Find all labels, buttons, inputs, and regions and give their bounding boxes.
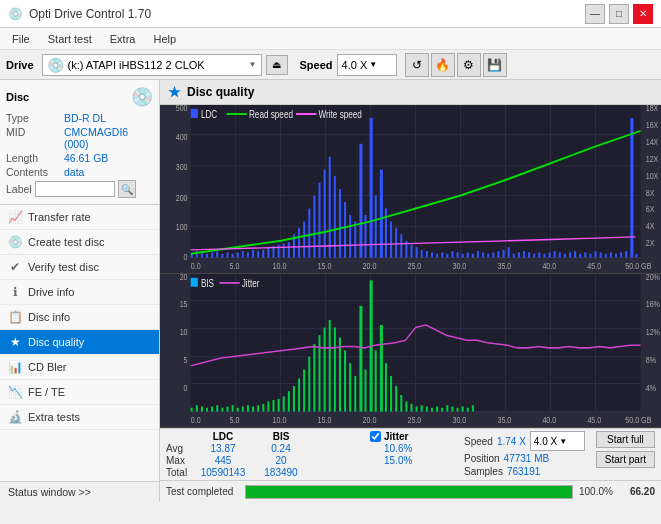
burn-icon[interactable]: 🔥 [431,53,455,77]
settings-icon[interactable]: ⚙ [457,53,481,77]
length-value: 46.61 GB [64,152,108,164]
nav-label-extra-tests: Extra tests [28,411,80,423]
svg-rect-56 [395,228,397,258]
svg-rect-81 [523,251,525,257]
label-search-button[interactable]: 🔍 [118,180,136,198]
svg-rect-30 [262,250,264,258]
drive-info-icon: ℹ [8,285,22,299]
refresh-icon[interactable]: ↺ [405,53,429,77]
disc-info-icon: 📋 [8,310,22,324]
label-input[interactable] [35,181,115,197]
svg-rect-130 [191,109,198,118]
nav-label-create-test-disc: Create test disc [28,236,104,248]
svg-rect-165 [257,405,259,411]
svg-rect-48 [354,221,356,257]
app-title: Opti Drive Control 1.70 [29,7,151,21]
svg-rect-64 [436,254,438,258]
speed-dropdown[interactable]: 4.0 X ▼ [530,431,585,451]
svg-text:50.0 GB: 50.0 GB [625,261,652,271]
disc-mid-field: MID CMCMAGDI6 (000) [6,126,153,150]
svg-rect-189 [380,325,383,412]
speed-select-drive[interactable]: 4.0 X ▼ [337,54,397,76]
close-button[interactable]: ✕ [633,4,653,24]
svg-rect-185 [359,306,362,412]
disc-info-panel: Disc 💿 Type BD-R DL MID CMCMAGDI6 (000) … [0,80,159,205]
svg-rect-70 [467,252,469,257]
svg-rect-157 [216,405,218,411]
svg-text:15.0: 15.0 [317,261,331,271]
svg-rect-45 [339,189,341,258]
svg-rect-161 [237,408,239,412]
svg-text:0.0: 0.0 [191,261,201,271]
svg-rect-65 [441,252,443,257]
svg-text:100: 100 [176,223,188,233]
sidebar-item-create-test-disc[interactable]: 💿 Create test disc [0,230,159,255]
minimize-button[interactable]: — [585,4,605,24]
sidebar-item-fe-te[interactable]: 📉 FE / TE [0,380,159,405]
svg-text:20.0: 20.0 [362,415,376,425]
svg-rect-182 [344,351,346,412]
disc-quality-header: ★ Disc quality [160,80,661,105]
svg-rect-94 [589,254,591,258]
sidebar-item-extra-tests[interactable]: 🔬 Extra tests [0,405,159,430]
sidebar-item-verify-test-disc[interactable]: ✔ Verify test disc [0,255,159,280]
svg-text:18X: 18X [646,105,659,114]
svg-rect-33 [278,245,280,258]
svg-rect-73 [482,252,484,257]
menu-help[interactable]: Help [145,31,184,47]
svg-rect-78 [508,247,510,257]
svg-rect-201 [441,408,443,412]
svg-text:BIS: BIS [201,278,214,289]
svg-text:500: 500 [176,105,188,114]
svg-rect-67 [451,251,453,257]
titlebar-title: 💿 Opti Drive Control 1.70 [8,7,151,21]
svg-rect-34 [283,243,285,257]
sidebar-item-drive-info[interactable]: ℹ Drive info [0,280,159,305]
drive-select[interactable]: 💿 (k:) ATAPI iHBS112 2 CLOK ▼ [42,54,262,76]
start-part-button[interactable]: Start part [596,451,655,468]
app-icon: 💿 [8,7,23,21]
jitter-checkbox[interactable] [370,431,381,442]
jitter-label: Jitter [384,431,408,442]
svg-rect-71 [472,254,474,258]
svg-text:50.0 GB: 50.0 GB [625,415,651,425]
menu-start-test[interactable]: Start test [40,31,100,47]
svg-rect-195 [411,404,413,412]
svg-rect-166 [262,404,264,412]
mid-label: MID [6,126,64,150]
sidebar-item-disc-quality[interactable]: ★ Disc quality [0,330,159,355]
svg-rect-204 [457,408,459,412]
svg-text:0: 0 [184,384,188,394]
svg-rect-63 [431,252,433,257]
progress-bar-wrapper: Test completed 100.0% 66.20 [160,480,661,502]
status-window[interactable]: Status window >> [0,481,159,502]
save-icon[interactable]: 💾 [483,53,507,77]
sidebar-item-cd-bler[interactable]: 📊 CD Bler [0,355,159,380]
svg-rect-203 [451,407,453,412]
svg-text:12X: 12X [646,154,659,164]
svg-rect-98 [610,252,612,257]
sidebar-item-disc-info[interactable]: 📋 Disc info [0,305,159,330]
menu-file[interactable]: File [4,31,38,47]
svg-rect-52 [375,196,377,258]
toolbar-icons: ↺ 🔥 ⚙ 💾 [405,53,507,77]
svg-rect-27 [247,252,249,257]
start-full-button[interactable]: Start full [596,431,655,448]
top-chart-svg: 500 400 300 200 100 0 18X 16X 14X 12X 10… [160,105,661,273]
svg-rect-88 [559,252,561,257]
svg-rect-92 [579,254,581,258]
nav-label-fe-te: FE / TE [28,386,65,398]
nav-label-cd-bler: CD Bler [28,361,67,373]
eject-button[interactable]: ⏏ [266,55,288,75]
menu-extra[interactable]: Extra [102,31,144,47]
status-completed-text: Test completed [166,486,233,497]
svg-rect-154 [201,407,203,412]
nav-label-verify-test-disc: Verify test disc [28,261,99,273]
sidebar-item-transfer-rate[interactable]: 📈 Transfer rate [0,205,159,230]
sidebar: Disc 💿 Type BD-R DL MID CMCMAGDI6 (000) … [0,80,160,502]
nav-label-transfer-rate: Transfer rate [28,211,91,223]
svg-rect-90 [569,252,571,257]
progress-bar-outer [245,485,573,499]
maximize-button[interactable]: □ [609,4,629,24]
type-label: Type [6,112,64,124]
